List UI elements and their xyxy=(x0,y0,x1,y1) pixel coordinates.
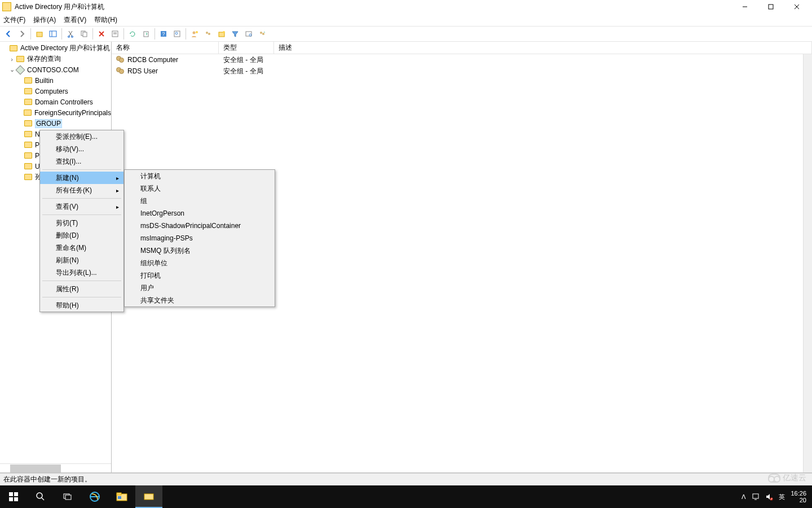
ctx-view[interactable]: 查看(V)▸ xyxy=(40,200,123,213)
list-header: 名称 类型 描述 xyxy=(112,42,812,54)
refresh-button[interactable] xyxy=(126,28,139,40)
start-button[interactable] xyxy=(0,485,27,508)
help-button[interactable]: ? xyxy=(157,28,170,40)
close-button[interactable] xyxy=(784,0,810,14)
folder-icon xyxy=(24,142,32,148)
col-type[interactable]: 类型 xyxy=(219,42,274,54)
properties-button[interactable] xyxy=(109,28,121,40)
ctx-new-ou[interactable]: 组织单位 xyxy=(125,257,275,269)
ctx-new-sharedfolder[interactable]: 共享文件夹 xyxy=(125,294,275,306)
ctx-new-msmq[interactable]: MSMQ 队列别名 xyxy=(125,244,275,257)
volume-icon[interactable] xyxy=(765,493,773,501)
network-icon[interactable] xyxy=(752,493,760,501)
ctx-cut[interactable]: 剪切(T) xyxy=(40,217,123,229)
tree-hscrollbar[interactable] xyxy=(0,463,111,472)
ctx-refresh[interactable]: 刷新(N) xyxy=(40,254,123,266)
ctx-new-computer[interactable]: 计算机 xyxy=(125,170,275,182)
svg-point-22 xyxy=(208,33,210,35)
expand-icon[interactable]: › xyxy=(8,56,16,63)
find-button[interactable] xyxy=(171,28,183,40)
ctx-export[interactable]: 导出列表(L)... xyxy=(40,266,123,279)
list-type: 安全组 - 全局 xyxy=(219,67,274,76)
ctx-rename[interactable]: 重命名(M) xyxy=(40,242,123,254)
ctx-new-contact[interactable]: 联系人 xyxy=(125,182,275,195)
tree-saved-queries[interactable]: › 保存的查询 xyxy=(0,54,111,64)
list-row[interactable]: RDCB Computer 安全组 - 全局 xyxy=(112,54,812,65)
list-row[interactable]: RDS User 安全组 - 全局 xyxy=(112,65,812,77)
filter-button[interactable] xyxy=(229,28,241,40)
raise-button[interactable] xyxy=(256,28,268,40)
up-button[interactable] xyxy=(33,28,46,40)
ctx-new-group[interactable]: 组 xyxy=(125,195,275,207)
folder-icon xyxy=(24,88,32,94)
tree-builtin[interactable]: Builtin xyxy=(0,75,111,86)
ctx-new-shadowprincipal[interactable]: msDS-ShadowPrincipalContainer xyxy=(125,220,275,232)
taskview-button[interactable] xyxy=(54,485,81,508)
show-hide-button[interactable] xyxy=(47,28,59,40)
tree-fsp[interactable]: ForeignSecurityPrincipals xyxy=(0,107,111,118)
cut-button[interactable] xyxy=(64,28,77,40)
copy-button[interactable] xyxy=(78,28,90,40)
system-tray[interactable]: ᐱ 英 16:26 20 xyxy=(742,490,812,503)
ctx-new-user[interactable]: 用户 xyxy=(125,282,275,294)
ctx-all-tasks[interactable]: 所有任务(K)▸ xyxy=(40,184,123,196)
svg-rect-17 xyxy=(174,31,180,37)
delete-button[interactable] xyxy=(95,28,108,40)
aduc-button[interactable] xyxy=(135,485,162,508)
menu-view[interactable]: 查看(V) xyxy=(64,15,86,25)
menu-file[interactable]: 文件(F) xyxy=(3,15,25,25)
ctx-move[interactable]: 移动(V)... xyxy=(40,143,123,155)
list-name: RDS User xyxy=(127,67,158,75)
tray-date[interactable]: 20 xyxy=(791,497,806,503)
ctx-delegate[interactable]: 委派控制(E)... xyxy=(40,130,123,143)
svg-rect-30 xyxy=(14,492,18,496)
col-desc[interactable]: 描述 xyxy=(274,42,812,54)
ctx-find[interactable]: 查找(I)... xyxy=(40,155,123,168)
new-group-button[interactable] xyxy=(202,28,214,40)
tree-computers[interactable]: Computers xyxy=(0,86,111,97)
folder-icon xyxy=(24,110,32,116)
folder-icon xyxy=(16,56,24,62)
maximize-button[interactable] xyxy=(758,0,784,14)
ime-indicator[interactable]: 英 xyxy=(779,493,785,501)
ctx-new-printer[interactable]: 打印机 xyxy=(125,269,275,282)
svg-rect-42 xyxy=(753,494,758,498)
menu-help[interactable]: 帮助(H) xyxy=(94,15,117,25)
ctx-new-msimaging[interactable]: msImaging-PSPs xyxy=(125,232,275,244)
tray-time[interactable]: 16:26 xyxy=(791,490,806,497)
ctx-new[interactable]: 新建(N)▸ xyxy=(40,172,123,184)
back-button[interactable] xyxy=(2,28,15,40)
svg-rect-10 xyxy=(83,32,87,37)
toolbar: ? xyxy=(0,26,812,42)
minimize-button[interactable] xyxy=(732,0,758,14)
export-button[interactable] xyxy=(140,28,152,40)
tree-domain[interactable]: ⌄ CONTOSO.COM xyxy=(0,64,111,75)
folder-icon xyxy=(24,120,32,126)
ctx-new-inetorgperson[interactable]: InetOrgPerson xyxy=(125,207,275,220)
list-type: 安全组 - 全局 xyxy=(219,55,274,65)
folder-icon xyxy=(24,131,32,137)
tree-root-label: Active Directory 用户和计算机 xyxy=(20,43,110,53)
submenu-arrow-icon: ▸ xyxy=(116,204,119,210)
list-vscrollbar[interactable] xyxy=(803,54,812,472)
ie-button[interactable] xyxy=(81,485,108,508)
ctx-help[interactable]: 帮助(H) xyxy=(40,299,123,312)
folder-icon xyxy=(24,77,32,84)
collapse-icon[interactable]: ⌄ xyxy=(8,66,16,73)
tree-domain-label: CONTOSO.COM xyxy=(27,66,79,74)
tree-domain-controllers[interactable]: Domain Controllers xyxy=(0,97,111,107)
tree-root[interactable]: Active Directory 用户和计算机 xyxy=(0,43,111,54)
submenu-arrow-icon: ▸ xyxy=(116,175,119,181)
query-button[interactable] xyxy=(242,28,255,40)
ctx-properties[interactable]: 属性(R) xyxy=(40,283,123,295)
col-name[interactable]: 名称 xyxy=(112,42,219,54)
menu-action[interactable]: 操作(A) xyxy=(33,15,56,25)
forward-button[interactable] xyxy=(16,28,28,40)
tray-chevron-icon[interactable]: ᐱ xyxy=(742,493,746,501)
search-button[interactable] xyxy=(27,485,54,508)
new-ou-button[interactable] xyxy=(215,28,228,40)
ctx-delete[interactable]: 删除(D) xyxy=(40,229,123,242)
new-user-button[interactable] xyxy=(188,28,201,40)
tree-group[interactable]: GROUP xyxy=(0,118,111,129)
explorer-button[interactable] xyxy=(108,485,135,508)
